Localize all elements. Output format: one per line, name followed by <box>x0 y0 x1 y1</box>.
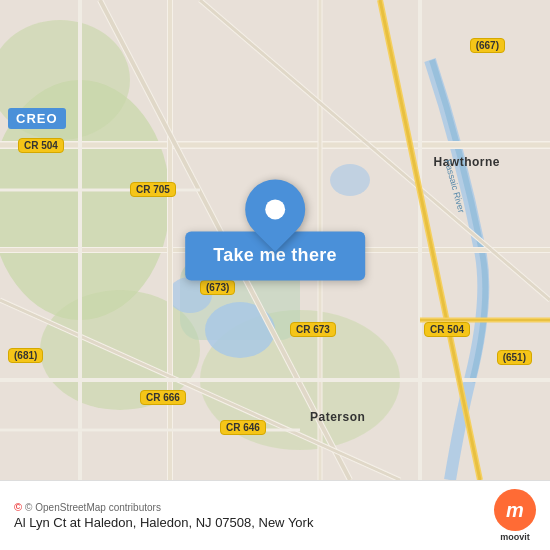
info-bar: © © OpenStreetMap contributors Al Lyn Ct… <box>0 480 550 550</box>
route-badge-667: (667) <box>470 38 505 53</box>
info-left: © © OpenStreetMap contributors Al Lyn Ct… <box>14 501 484 530</box>
route-badge-673: (673) <box>200 280 235 295</box>
map-container: CREO CR 504 CR 705 (667) (673) CR 673 CR… <box>0 0 550 480</box>
attribution: © © OpenStreetMap contributors <box>14 501 484 513</box>
route-badge-cr673: CR 673 <box>290 322 336 337</box>
moovit-icon: m <box>494 489 536 531</box>
attribution-text: © OpenStreetMap contributors <box>25 502 161 513</box>
creo-label: CREO <box>8 108 66 129</box>
button-overlay: Take me there <box>185 179 365 280</box>
moovit-m-letter: m <box>506 500 524 520</box>
moovit-text: moovit <box>500 532 530 542</box>
route-badge-651: (651) <box>497 350 532 365</box>
route-badge-cr705: CR 705 <box>130 182 176 197</box>
moovit-logo: m moovit <box>494 489 536 542</box>
city-label-paterson: Paterson <box>310 410 365 424</box>
map-pin-inner <box>265 199 285 219</box>
route-badge-681: (681) <box>8 348 43 363</box>
route-badge-cr646: CR 646 <box>220 420 266 435</box>
route-badge-cr504-2: CR 504 <box>424 322 470 337</box>
osm-logo: © <box>14 501 22 513</box>
route-badge-cr666: CR 666 <box>140 390 186 405</box>
address-text: Al Lyn Ct at Haledon, Haledon, NJ 07508,… <box>14 515 484 530</box>
route-badge-cr504: CR 504 <box>18 138 64 153</box>
